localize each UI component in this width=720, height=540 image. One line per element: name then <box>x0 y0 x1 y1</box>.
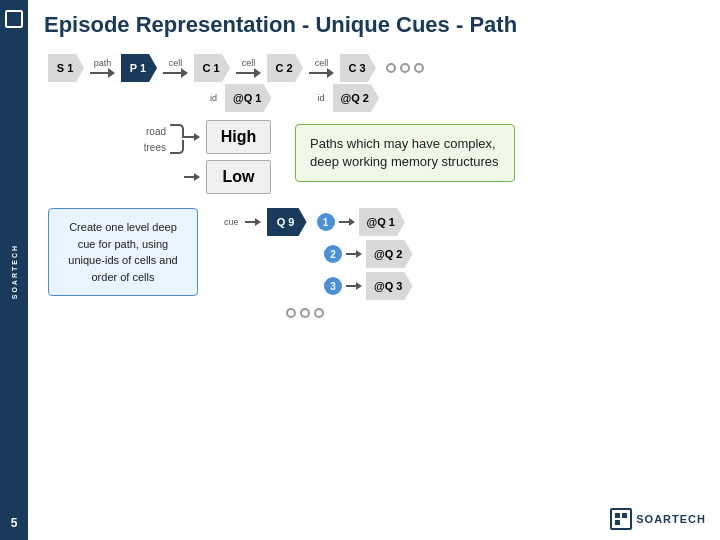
high-arrowhead <box>194 133 200 141</box>
cue-h-line <box>245 221 255 223</box>
dot-2 <box>400 63 410 73</box>
cell-connector-2: cell <box>236 58 261 78</box>
cell-label-2: cell <box>242 58 256 68</box>
low-box: Low <box>206 160 271 194</box>
atq1-box: @Q 1 <box>225 84 271 112</box>
cell-label-3: cell <box>315 58 329 68</box>
low-arrowhead <box>194 173 200 181</box>
high-arrow <box>184 133 200 141</box>
curve-trees <box>170 140 184 154</box>
sidebar-brand: SOARTECH <box>11 244 18 299</box>
h-line-3 <box>236 72 254 74</box>
low-arrow <box>184 173 200 181</box>
middle-section: road trees High <box>124 120 704 194</box>
c3-box: C 3 <box>340 54 376 82</box>
q1-row: 1 @Q 1 <box>317 208 405 236</box>
low-row: Low <box>184 160 271 194</box>
q2-h-line <box>346 253 356 255</box>
bottom-dot-2 <box>300 308 310 318</box>
soartech-icon <box>610 508 632 530</box>
soartech-logo: SOARTECH <box>610 508 706 530</box>
num-2: 2 <box>324 245 342 263</box>
cue-label: cue <box>224 217 239 227</box>
cell-arrow-line-2 <box>236 68 261 78</box>
arrowhead-4 <box>327 68 334 78</box>
path-arrow-line <box>90 68 115 78</box>
q-chain-section: cue Q 9 1 @Q 1 2 <box>224 208 412 318</box>
atq2-chain-box: @Q 2 <box>366 240 412 268</box>
arrowhead <box>108 68 115 78</box>
dot-1 <box>386 63 396 73</box>
sidebar: SOARTECH 5 <box>0 0 28 540</box>
atq3-chain-box: @Q 3 <box>366 272 412 300</box>
cell-arrow-line-3 <box>309 68 334 78</box>
bottom-dot-3 <box>314 308 324 318</box>
num-1: 1 <box>317 213 335 231</box>
bottom-dots <box>286 308 412 318</box>
high-row: High <box>184 120 271 154</box>
arrowhead-2 <box>181 68 188 78</box>
q3-row: 3 @Q 3 <box>324 272 412 300</box>
cue-q9-row: cue Q 9 1 @Q 1 <box>224 208 412 236</box>
dots-row1 <box>386 63 424 73</box>
q2-arrow <box>346 250 362 258</box>
main-content: Episode Representation - Unique Cues - P… <box>28 0 720 540</box>
high-h-line <box>184 136 194 138</box>
cue-arrowhead <box>255 218 261 226</box>
trees-label: trees <box>130 142 166 153</box>
path-label: path <box>94 58 112 68</box>
high-low-section: High Low <box>184 120 271 194</box>
svg-rect-1 <box>622 513 627 518</box>
atq1-chain-box: @Q 1 <box>359 208 405 236</box>
description-box: Paths which may have complex, deep worki… <box>295 124 515 182</box>
page-title: Episode Representation - Unique Cues - P… <box>44 12 704 38</box>
cell-label-1: cell <box>169 58 183 68</box>
road-row: road <box>130 124 184 138</box>
id-label-2: id <box>317 93 324 103</box>
q1-arrowhead <box>349 218 355 226</box>
bottom-dot-1 <box>286 308 296 318</box>
trees-row-label: trees <box>130 140 184 154</box>
cue-arrow <box>245 218 261 226</box>
q1-arrow <box>339 218 355 226</box>
curve-road <box>170 124 184 138</box>
soartech-svg <box>614 512 628 526</box>
q3-h-line <box>346 285 356 287</box>
q3-arrow <box>346 282 362 290</box>
h-line-4 <box>309 72 327 74</box>
atq2-box: @Q 2 <box>333 84 379 112</box>
q2-arrowhead <box>356 250 362 258</box>
road-label: road <box>130 126 166 137</box>
page-number: 5 <box>11 516 18 530</box>
dot-3 <box>414 63 424 73</box>
bracket-area: road trees <box>124 124 184 154</box>
soartech-text: SOARTECH <box>636 513 706 525</box>
h-line-2 <box>163 72 181 74</box>
q9-box: Q 9 <box>267 208 307 236</box>
q3-arrowhead <box>356 282 362 290</box>
cell-connector-1: cell <box>163 58 188 78</box>
high-box: High <box>206 120 271 154</box>
row2: id @Q 1 id @Q 2 <box>208 84 704 112</box>
q1-h-line <box>339 221 349 223</box>
low-h-line <box>184 176 194 178</box>
q2-row: 2 @Q 2 <box>324 240 412 268</box>
num-3: 3 <box>324 277 342 295</box>
p1-box: P 1 <box>121 54 157 82</box>
h-line <box>90 72 108 74</box>
c2-box: C 2 <box>267 54 303 82</box>
svg-rect-0 <box>615 513 620 518</box>
create-box: Create one level deep cue for path, usin… <box>48 208 198 296</box>
sidebar-icon <box>5 10 23 28</box>
arrowhead-3 <box>254 68 261 78</box>
s1-box: S 1 <box>48 54 84 82</box>
bottom-section: Create one level deep cue for path, usin… <box>48 208 704 318</box>
c1-box: C 1 <box>194 54 230 82</box>
cell-arrow-line-1 <box>163 68 188 78</box>
svg-rect-2 <box>615 520 620 525</box>
cell-connector-3: cell <box>309 58 334 78</box>
id-label-1: id <box>210 93 217 103</box>
row1: S 1 path P 1 cell C 1 cell <box>48 54 704 82</box>
path-connector: path <box>90 58 115 78</box>
